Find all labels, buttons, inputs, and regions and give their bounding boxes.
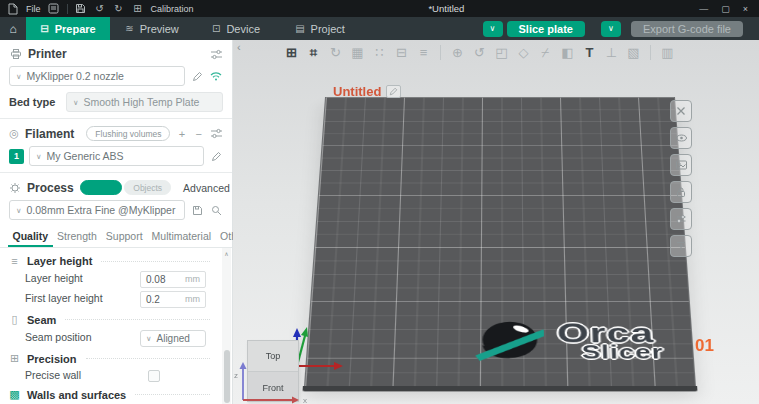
search-settings-icon[interactable] [209, 204, 223, 216]
first-layer-height-label: First layer height [25, 292, 140, 305]
calibration-menu[interactable]: Calibration [151, 4, 194, 14]
plate-visibility-button[interactable] [670, 127, 692, 149]
scroll-up-icon[interactable]: ∧ [224, 248, 228, 258]
process-preset-select[interactable]: ∨ 0.08mm Extra Fine @MyKlipper [9, 200, 185, 220]
tab-support[interactable]: Support [101, 226, 147, 247]
layer-height-input[interactable]: 0.08 mm [140, 271, 206, 288]
scale-icon[interactable]: ◰ [491, 42, 512, 63]
first-layer-height-input[interactable]: 0.2 mm [140, 291, 206, 308]
seam-icon: ▯ [8, 313, 21, 326]
seam-painting-icon[interactable]: ▧ [623, 42, 644, 63]
wifi-connection-icon[interactable] [209, 70, 223, 82]
file-icon [7, 3, 19, 15]
tab-preview[interactable]: ≋ Preview [110, 17, 194, 40]
precision-group-title: Precision [27, 353, 77, 365]
printer-preset-select[interactable]: ∨ MyKlipper 0.2 nozzle [9, 66, 185, 86]
plate-settings-button[interactable] [670, 208, 692, 230]
layer-height-group-title: Layer height [27, 255, 92, 267]
plate-snapshot-button[interactable] [670, 154, 692, 176]
tab-strength[interactable]: Strength [53, 226, 102, 247]
chevron-down-icon: ∨ [16, 72, 22, 81]
prepare-icon: ⊟ [40, 23, 48, 34]
undo-icon[interactable]: ↺ [94, 3, 106, 15]
chevron-down-icon: ∨ [146, 334, 152, 343]
printer-preset-value: MyKlipper 0.2 nozzle [27, 70, 124, 82]
main-menu-icon[interactable] [48, 3, 60, 15]
filament-settings-icon[interactable] [210, 128, 223, 140]
axis-z-label: z [234, 371, 238, 380]
process-tabs: Quality Strength Support Multimaterial O… [0, 226, 232, 248]
printer-settings-icon[interactable] [209, 48, 223, 60]
flatten-icon[interactable]: ◇ [513, 42, 534, 63]
close-button[interactable]: × [743, 4, 748, 14]
process-section-title: Process [27, 181, 74, 195]
advanced-label: Advanced [183, 182, 230, 194]
seam-position-select[interactable]: ∨ Aligned [140, 330, 206, 347]
export-options-dropdown[interactable]: ∨ [601, 21, 621, 37]
tab-quality[interactable]: Quality [8, 226, 53, 247]
filament-preset-select[interactable]: ∨ My Generic ABS [29, 146, 204, 166]
auto-orient-icon[interactable]: ↻ [325, 42, 346, 63]
cut-icon[interactable]: ⌿ [535, 42, 556, 63]
scope-global-button[interactable]: Global [80, 180, 123, 195]
walls-group-title: Walls and surfaces [27, 389, 126, 401]
home-tab[interactable]: ⌂ [0, 17, 26, 40]
layer-height-icon: ≡ [8, 255, 21, 267]
settings-panel: ≡ Layer height Layer height 0.08 mm Firs… [0, 248, 232, 404]
precise-wall-label: Precise wall [25, 369, 148, 382]
first-layer-height-value: 0.2 [146, 294, 185, 305]
tab-project[interactable]: ▤ Project [278, 17, 362, 40]
settings-scrollbar[interactable]: ∧ ∨ [222, 248, 231, 404]
redo-icon[interactable]: ↻ [113, 3, 125, 15]
rotate-icon[interactable]: ↺ [469, 42, 490, 63]
plate-move-up-button[interactable] [670, 235, 692, 257]
titlebar: File ↺ ↻ ⊞ Calibration *Untitled — ▢ × [0, 0, 759, 17]
file-menu[interactable]: File [26, 4, 41, 14]
split-to-objects-icon[interactable]: ∷ [369, 42, 390, 63]
remove-filament-icon[interactable]: − [193, 128, 204, 140]
minimize-button[interactable]: — [699, 4, 708, 14]
viewport-3d[interactable]: ‹ ⊞ ⌗ ↻ ▦ ∷ ⊟ ≡ ⊕ ↺ ◰ ◇ ⌿ ◧ T ⊥ ▧ ▥ [233, 40, 759, 404]
scope-objects-button[interactable]: Objects [124, 180, 171, 195]
slice-plate-button[interactable]: Slice plate [507, 21, 585, 37]
text-shape-icon[interactable]: T [579, 42, 600, 63]
build-plate-scene: Orca Slicer [325, 97, 675, 387]
move-icon[interactable]: ⊕ [447, 42, 468, 63]
precise-wall-checkbox[interactable] [148, 370, 160, 382]
slice-options-dropdown[interactable]: ∨ [483, 21, 503, 37]
save-preset-icon[interactable] [190, 204, 204, 216]
flushing-volumes-button[interactable]: Flushing volumes [86, 126, 170, 141]
variable-layer-height-icon[interactable]: ≡ [413, 42, 434, 63]
tab-multimaterial[interactable]: Multimaterial [147, 226, 216, 247]
edit-printer-icon[interactable] [190, 70, 204, 82]
nav-cube-axes: z x [233, 348, 325, 404]
plate-delete-button[interactable] [670, 100, 692, 122]
export-gcode-button[interactable]: Export G-code file [631, 21, 743, 37]
scrollbar-thumb[interactable] [224, 350, 230, 404]
orca-logo-icon [475, 318, 544, 363]
add-filament-icon[interactable]: + [176, 128, 187, 140]
tabbar: ⌂ ⊟ Prepare ≋ Preview ⊡ Device ▤ Project… [0, 17, 759, 40]
split-to-parts-icon[interactable]: ⊟ [391, 42, 412, 63]
maximize-button[interactable]: ▢ [721, 4, 730, 14]
tab-prepare[interactable]: ⊟ Prepare [26, 17, 110, 40]
home-icon: ⌂ [9, 22, 16, 36]
mesh-boolean-icon[interactable]: ◧ [557, 42, 578, 63]
layer-height-label: Layer height [25, 272, 140, 285]
filament-icon: ◎ [9, 127, 19, 140]
add-plate-icon[interactable]: ⌗ [303, 42, 324, 63]
chevron-down-icon: ∨ [36, 152, 42, 161]
bed-type-select[interactable]: ∨ Smooth High Temp Plate [66, 92, 223, 112]
assembly-view-icon[interactable]: ▥ [657, 42, 678, 63]
add-object-icon[interactable]: ⊞ [281, 42, 302, 63]
bed-type-value: Smooth High Temp Plate [84, 96, 200, 108]
support-painting-icon[interactable]: ⊥ [601, 42, 622, 63]
save-icon[interactable] [75, 3, 87, 15]
edit-filament-icon[interactable] [209, 150, 223, 162]
plate-lock-button[interactable] [670, 181, 692, 203]
arrange-icon[interactable]: ▦ [347, 42, 368, 63]
rename-plate-icon[interactable] [386, 85, 401, 98]
tab-device[interactable]: ⊡ Device [194, 17, 278, 40]
collapse-sidebar-icon[interactable]: ‹ [237, 41, 241, 53]
calibration-icon: ⊞ [132, 3, 144, 15]
